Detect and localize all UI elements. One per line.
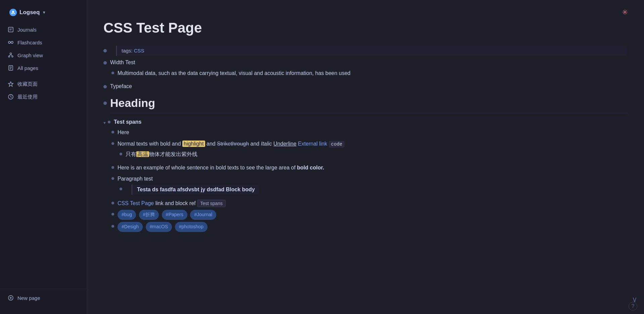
tags-text: tags: CSS: [122, 48, 144, 53]
block-bordered-tags: tags: CSS: [116, 46, 628, 56]
typeface-text: Typeface: [110, 82, 628, 91]
block-ref-badge[interactable]: Test spans: [197, 200, 226, 207]
tag-zheteng[interactable]: #折腾: [139, 210, 159, 220]
sidebar-nav: Journals Flashcards: [0, 24, 87, 289]
chinese-highlight-text: 高温: [136, 151, 149, 157]
list-item: ▾ Test spans Here: [103, 117, 628, 234]
content-area: CSS Test Page tags: CSS Width Test: [87, 19, 644, 314]
sidebar-item-journals[interactable]: Journals: [3, 24, 84, 36]
svg-point-11: [10, 53, 12, 55]
here-text: Here: [118, 128, 344, 137]
sidebar: Logseq ▾ Journals: [0, 0, 87, 314]
header-right: ✳: [622, 8, 628, 17]
bold-sentence-text: Here is an example of whole sentence in …: [118, 163, 344, 172]
tag-bug[interactable]: #bug: [118, 210, 136, 220]
tag-papers[interactable]: #Papers: [162, 210, 187, 220]
collapse-arrow-icon[interactable]: ▾: [103, 120, 106, 125]
chinese-text: 只有高温物体才能发出紫外线: [126, 150, 197, 159]
list-item: Testa ds fasdfa afsdvsbt jy dsdfad Block…: [120, 185, 258, 195]
bold-color-text: bold color.: [297, 165, 324, 170]
list-item: Here is an example of whole sentence in …: [111, 163, 344, 172]
width-test-text: Width Test: [110, 58, 628, 67]
bullet-icon: [111, 72, 114, 74]
main-content: ✳ CSS Test Page tags: CSS Width Test: [87, 0, 644, 314]
sidebar-logo[interactable]: Logseq ▾: [5, 7, 82, 18]
logo-icon: [9, 9, 17, 16]
asterisk-button[interactable]: ✳: [622, 8, 628, 17]
css-test-page-link[interactable]: CSS Test Page: [118, 200, 154, 206]
strikethrough-text: Strikethrough: [217, 141, 249, 147]
svg-line-14: [9, 55, 11, 56]
block-body-text: Testa ds fasdfa afsdvsbt jy dsdfad Block…: [132, 185, 258, 195]
sidebar-flashcards-label: Flashcards: [17, 40, 42, 45]
content-heading: Heading: [110, 95, 628, 113]
bullet-icon: [111, 225, 114, 228]
sidebar-recent-label: 最近使用: [17, 94, 38, 100]
test-spans-text: Test spans: [114, 117, 628, 126]
page-title: CSS Test Page: [103, 19, 628, 36]
bullet-icon: [103, 102, 107, 105]
sidebar-graph-label: Graph view: [17, 52, 43, 58]
list-item: 只有高温物体才能发出紫外线: [120, 150, 197, 159]
new-page-label: New page: [17, 295, 40, 301]
list-item: Normal texts with bold and highlight and…: [111, 139, 344, 161]
list-item: Typeface: [103, 82, 628, 91]
multimodal-text: Multimodal data, such as the data carryi…: [118, 69, 351, 78]
svg-line-23: [11, 97, 12, 97]
underline-text: Underline: [273, 141, 296, 147]
sidebar-journals-label: Journals: [17, 27, 37, 33]
heading-block: Heading: [110, 95, 628, 115]
bullet-icon: [111, 166, 114, 169]
recent-icon: [7, 93, 14, 100]
list-item: CSS Test Page link and block ref Test sp…: [111, 199, 344, 208]
tag-journal[interactable]: #Journal: [190, 210, 216, 220]
bullet-icon: [103, 85, 107, 88]
paragraph-nested: Testa ds fasdfa afsdvsbt jy dsdfad Block…: [120, 185, 258, 197]
all-pages-icon: [7, 65, 14, 71]
bullet-icon: [111, 131, 114, 133]
list-item: tags: CSS: [103, 46, 628, 56]
css-tag-link[interactable]: CSS: [134, 48, 144, 53]
bullet-icon: [103, 61, 107, 65]
bullet-icon: [111, 177, 114, 180]
sidebar-item-flashcards[interactable]: Flashcards: [3, 36, 84, 48]
nested-list: Multimodal data, such as the data carryi…: [111, 69, 351, 80]
sidebar-item-all-pages[interactable]: All pages: [3, 62, 84, 74]
bullet-icon: [103, 49, 107, 52]
block-body-bold: Testa ds fasdfa afsdvsbt jy dsdfad Block…: [137, 187, 255, 192]
svg-marker-20: [8, 82, 13, 86]
sidebar-favorites-label: 收藏页面: [17, 81, 38, 87]
flashcards-icon: [7, 39, 14, 46]
sidebar-item-favorites[interactable]: 收藏页面: [3, 78, 84, 90]
chinese-nested: 只有高温物体才能发出紫外线: [120, 150, 197, 161]
tags-line-1: #bug #折腾 #Papers #Journal: [118, 210, 344, 220]
highlight-text: highlight: [182, 141, 205, 147]
sidebar-item-recent[interactable]: 最近使用: [3, 91, 84, 103]
new-page-button[interactable]: New page: [3, 292, 84, 304]
external-link[interactable]: External link: [298, 141, 327, 147]
bullet-icon: [120, 153, 122, 155]
bullet-icon: [108, 121, 110, 123]
list-item: #Desigh #macOS #photoshop: [111, 222, 344, 232]
list-item: Here: [111, 128, 344, 137]
block-list: tags: CSS Width Test Multimodal data, su…: [103, 46, 628, 234]
tag-photoshop[interactable]: #photoshop: [175, 222, 208, 232]
svg-point-12: [8, 56, 10, 57]
sidebar-top: Logseq ▾: [0, 4, 87, 24]
journals-icon: [7, 26, 14, 33]
bullet-icon: [111, 213, 114, 215]
chevron-down-icon: ▾: [43, 10, 45, 15]
list-item: Multimodal data, such as the data carryi…: [111, 69, 351, 78]
tags-line-2: #Desigh #macOS #photoshop: [118, 222, 344, 232]
graph-icon: [7, 52, 14, 58]
help-button[interactable]: ?: [629, 302, 637, 311]
mixed-spans-text: Normal texts with bold and highlight and…: [118, 139, 344, 149]
sidebar-logo-label: Logseq: [19, 9, 40, 16]
sidebar-item-graph-view[interactable]: Graph view: [3, 49, 84, 61]
tag-macos[interactable]: #macOS: [146, 222, 172, 232]
main-header: ✳: [87, 0, 644, 19]
tag-desigh[interactable]: #Desigh: [118, 222, 143, 232]
bullet-icon: [111, 142, 114, 145]
plus-icon: [7, 295, 14, 301]
italic-text: Italic: [261, 141, 272, 147]
